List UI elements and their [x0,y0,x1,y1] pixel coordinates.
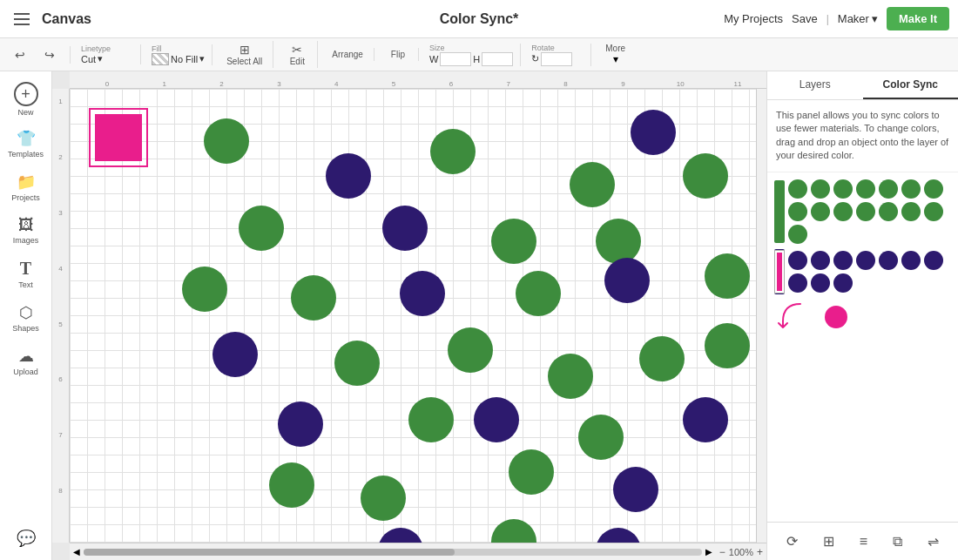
canvas-area[interactable]: 0 1 2 3 4 5 6 7 8 9 10 11 1 2 3 4 5 [52,71,766,560]
sidebar-item-templates[interactable]: 👕 Templates [0,124,51,164]
canvas-dot[interactable] [474,397,519,442]
canvas-dot[interactable] [400,271,445,316]
sync-dot[interactable] [811,179,830,199]
canvas-dot[interactable] [239,206,284,251]
select-all-btn[interactable]: ⊞ Select All [223,41,266,68]
canvas-dot[interactable] [491,219,536,264]
canvas-dot[interactable] [382,206,428,251]
sync-dot[interactable] [833,179,853,199]
canvas-dot[interactable] [278,401,323,447]
sync-dot[interactable] [901,202,921,221]
canvas-dot[interactable] [639,336,685,381]
canvas-dot[interactable] [204,118,249,164]
canvas-dot[interactable] [705,323,750,368]
canvas-dot[interactable] [408,397,454,442]
bottom-icon-group[interactable]: ⊞ [823,533,834,550]
sync-dot[interactable] [788,273,807,293]
canvas-dot[interactable] [596,528,641,543]
more-btn[interactable]: More ▾ [602,42,629,67]
canvas-dot[interactable] [604,258,650,303]
sync-dot[interactable] [856,202,875,221]
canvas-dot[interactable] [326,153,371,199]
canvas-hscrollbar[interactable]: ◀ ▶ − 100% + [70,543,766,560]
canvas-dot[interactable] [516,271,561,316]
sync-dot[interactable] [924,179,943,199]
tab-color-sync[interactable]: Color Sync [863,71,959,99]
sync-dot[interactable] [856,179,875,199]
sync-dot[interactable] [833,251,853,270]
sync-dot[interactable] [924,251,943,270]
canvas-dot[interactable] [578,415,624,460]
canvas-vscrollbar[interactable] [756,89,766,543]
sync-dot[interactable] [811,273,830,293]
arrange-btn[interactable]: Arrange [328,48,367,61]
sync-dot[interactable] [833,202,853,221]
sync-dot[interactable] [788,179,807,199]
sidebar-item-shapes[interactable]: ⬡ Shapes [0,298,51,338]
canvas-grid[interactable] [70,89,766,543]
sync-dot[interactable] [879,251,898,270]
make-it-button[interactable]: Make It [887,7,949,30]
undo-btn[interactable]: ↩ [7,46,33,64]
scroll-thumb[interactable] [84,549,455,556]
canvas-dot[interactable] [491,519,536,543]
zoom-in-btn[interactable]: + [757,546,763,558]
sync-dot[interactable] [856,251,875,270]
save-btn[interactable]: Save [792,12,818,25]
scroll-left-btn[interactable]: ◀ [73,547,80,557]
sidebar-item-images[interactable]: 🖼 Images [0,211,51,250]
bottom-icon-align[interactable]: ≡ [860,534,867,550]
height-input[interactable] [482,52,513,66]
canvas-dot[interactable] [430,129,476,174]
sidebar-item-projects[interactable]: 📁 Projects [0,167,51,207]
sidebar-item-upload[interactable]: ☁ Upload [0,341,51,381]
flip-btn[interactable]: Flip [385,48,411,61]
canvas-dot[interactable] [631,110,676,155]
bottom-icon-flip[interactable]: ⇌ [928,533,939,550]
sync-dot[interactable] [788,202,807,221]
sync-dot[interactable] [879,179,898,199]
edit-btn[interactable]: ✂ Edit [284,41,310,68]
sync-dot[interactable] [879,202,898,221]
my-projects-btn[interactable]: My Projects [724,12,783,25]
canvas-dot[interactable] [291,275,336,320]
maker-btn[interactable]: Maker ▾ [838,12,878,25]
canvas-dot[interactable] [570,162,615,207]
new-btn[interactable]: + New [10,78,42,120]
sidebar-item-text[interactable]: T Text [0,253,51,294]
sync-dot[interactable] [924,202,943,221]
canvas-dot[interactable] [683,153,728,199]
canvas-dot[interactable] [378,528,423,543]
zoom-out-btn[interactable]: − [719,546,725,558]
canvas-dot[interactable] [548,354,593,399]
sync-dot[interactable] [788,225,807,244]
pink-sync-dot[interactable] [825,306,847,328]
canvas-dot[interactable] [269,462,314,508]
canvas-dot[interactable] [683,397,728,442]
tab-layers[interactable]: Layers [767,71,863,99]
bottom-icon-sync[interactable]: ⟳ [786,533,798,550]
canvas-dot[interactable] [361,476,406,521]
hamburger-menu[interactable] [9,6,35,32]
sync-dot[interactable] [811,202,830,221]
canvas-dot[interactable] [705,253,750,299]
redo-btn[interactable]: ↪ [37,46,63,64]
canvas-dot[interactable] [596,219,641,264]
linetype-value[interactable]: Cut ▾ [81,53,133,64]
scroll-right-btn[interactable]: ▶ [705,547,712,557]
fill-value[interactable]: No Fill ▾ [152,53,205,65]
canvas-dot[interactable] [613,467,658,512]
sync-dot[interactable] [833,273,853,293]
feedback-btn[interactable]: 💬 [0,523,51,553]
sync-dot[interactable] [901,251,921,270]
canvas-dot[interactable] [448,327,493,373]
canvas-dot[interactable] [213,332,258,377]
sync-dot[interactable] [901,179,921,199]
width-input[interactable] [440,52,471,66]
canvas-dot[interactable] [182,267,227,312]
sync-dot[interactable] [811,251,830,270]
bottom-icon-arrange[interactable]: ⧉ [893,534,902,550]
rotate-input[interactable] [541,52,572,66]
canvas-dot[interactable] [334,341,380,386]
canvas-dot[interactable] [509,449,554,495]
